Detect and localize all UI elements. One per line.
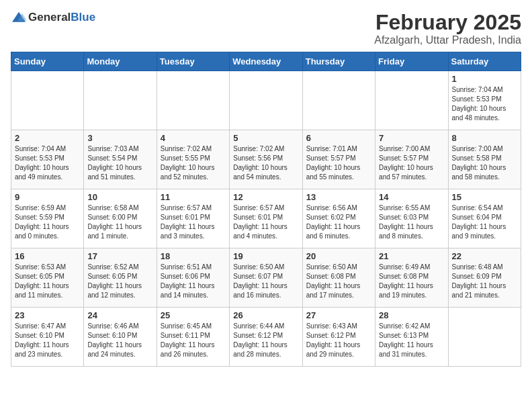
header: GeneralBlue February 2025 Afzalgarh, Utt…	[11, 11, 521, 46]
day-info: Sunrise: 6:50 AM Sunset: 6:08 PM Dayligh…	[306, 263, 371, 300]
day-number: 24	[87, 310, 152, 320]
day-number: 7	[379, 133, 444, 143]
day-info: Sunrise: 6:48 AM Sunset: 6:09 PM Dayligh…	[452, 263, 517, 300]
day-info: Sunrise: 7:02 AM Sunset: 5:56 PM Dayligh…	[233, 144, 298, 182]
day-info: Sunrise: 6:53 AM Sunset: 6:05 PM Dayligh…	[15, 263, 80, 300]
day-info: Sunrise: 6:45 AM Sunset: 6:11 PM Dayligh…	[161, 322, 226, 359]
calendar-header-row: SundayMondayTuesdayWednesdayThursdayFrid…	[11, 52, 521, 71]
calendar-cell: 27Sunrise: 6:43 AM Sunset: 6:12 PM Dayli…	[302, 308, 375, 367]
calendar-cell	[448, 308, 521, 367]
day-info: Sunrise: 7:04 AM Sunset: 5:53 PM Dayligh…	[15, 144, 80, 182]
day-number: 14	[379, 192, 444, 202]
calendar-cell: 19Sunrise: 6:50 AM Sunset: 6:07 PM Dayli…	[230, 248, 302, 308]
day-number: 16	[15, 251, 80, 261]
calendar-cell: 9Sunrise: 6:59 AM Sunset: 5:59 PM Daylig…	[11, 189, 84, 248]
logo-general: General	[28, 11, 71, 24]
calendar-cell: 3Sunrise: 7:03 AM Sunset: 5:54 PM Daylig…	[84, 130, 157, 189]
month-title: February 2025	[374, 11, 521, 34]
calendar-cell: 15Sunrise: 6:54 AM Sunset: 6:04 PM Dayli…	[448, 189, 521, 248]
calendar-week-row: 23Sunrise: 6:47 AM Sunset: 6:10 PM Dayli…	[11, 308, 521, 367]
day-number: 12	[233, 192, 298, 202]
logo-blue: Blue	[71, 11, 95, 24]
day-info: Sunrise: 7:01 AM Sunset: 5:57 PM Dayligh…	[306, 144, 371, 182]
day-info: Sunrise: 6:47 AM Sunset: 6:10 PM Dayligh…	[15, 322, 80, 359]
location-title: Afzalgarh, Uttar Pradesh, India	[374, 34, 521, 46]
calendar-cell: 5Sunrise: 7:02 AM Sunset: 5:56 PM Daylig…	[230, 130, 302, 189]
day-info: Sunrise: 6:51 AM Sunset: 6:06 PM Dayligh…	[161, 263, 226, 300]
calendar-cell: 22Sunrise: 6:48 AM Sunset: 6:09 PM Dayli…	[448, 248, 521, 308]
day-number: 9	[15, 192, 80, 202]
day-number: 26	[233, 310, 298, 320]
calendar-cell: 13Sunrise: 6:56 AM Sunset: 6:02 PM Dayli…	[302, 189, 375, 248]
calendar-header-tuesday: Tuesday	[157, 52, 229, 71]
calendar-cell: 10Sunrise: 6:58 AM Sunset: 6:00 PM Dayli…	[84, 189, 157, 248]
calendar-cell: 16Sunrise: 6:53 AM Sunset: 6:05 PM Dayli…	[11, 248, 84, 308]
calendar-cell: 17Sunrise: 6:52 AM Sunset: 6:05 PM Dayli…	[84, 248, 157, 308]
calendar-header-saturday: Saturday	[448, 52, 521, 71]
calendar-header-thursday: Thursday	[302, 52, 375, 71]
day-info: Sunrise: 6:42 AM Sunset: 6:13 PM Dayligh…	[379, 322, 444, 359]
day-info: Sunrise: 6:52 AM Sunset: 6:05 PM Dayligh…	[87, 263, 152, 300]
title-area: February 2025 Afzalgarh, Uttar Pradesh, …	[374, 11, 521, 46]
day-number: 1	[452, 74, 517, 84]
calendar-cell: 23Sunrise: 6:47 AM Sunset: 6:10 PM Dayli…	[11, 308, 84, 367]
day-number: 3	[87, 133, 152, 143]
calendar-cell	[157, 71, 229, 130]
calendar-header-friday: Friday	[375, 52, 448, 71]
day-number: 25	[161, 310, 226, 320]
day-info: Sunrise: 6:57 AM Sunset: 6:01 PM Dayligh…	[233, 203, 298, 241]
calendar: SundayMondayTuesdayWednesdayThursdayFrid…	[11, 52, 521, 367]
calendar-cell: 21Sunrise: 6:49 AM Sunset: 6:08 PM Dayli…	[375, 248, 448, 308]
calendar-cell: 11Sunrise: 6:57 AM Sunset: 6:01 PM Dayli…	[157, 189, 229, 248]
day-number: 20	[306, 251, 371, 261]
calendar-header-sunday: Sunday	[11, 52, 84, 71]
day-number: 15	[452, 192, 517, 202]
calendar-cell: 2Sunrise: 7:04 AM Sunset: 5:53 PM Daylig…	[11, 130, 84, 189]
calendar-cell: 1Sunrise: 7:04 AM Sunset: 5:53 PM Daylig…	[448, 71, 521, 130]
day-info: Sunrise: 6:46 AM Sunset: 6:10 PM Dayligh…	[87, 322, 152, 359]
calendar-cell: 25Sunrise: 6:45 AM Sunset: 6:11 PM Dayli…	[157, 308, 229, 367]
calendar-cell: 26Sunrise: 6:44 AM Sunset: 6:12 PM Dayli…	[230, 308, 302, 367]
calendar-cell: 24Sunrise: 6:46 AM Sunset: 6:10 PM Dayli…	[84, 308, 157, 367]
calendar-cell: 4Sunrise: 7:02 AM Sunset: 5:55 PM Daylig…	[157, 130, 229, 189]
day-number: 21	[379, 251, 444, 261]
day-number: 23	[15, 310, 80, 320]
calendar-cell	[230, 71, 302, 130]
calendar-cell	[302, 71, 375, 130]
day-info: Sunrise: 6:54 AM Sunset: 6:04 PM Dayligh…	[452, 203, 517, 241]
calendar-cell	[11, 71, 84, 130]
day-info: Sunrise: 6:55 AM Sunset: 6:03 PM Dayligh…	[379, 203, 444, 241]
day-number: 10	[87, 192, 152, 202]
day-number: 18	[161, 251, 226, 261]
calendar-cell	[84, 71, 157, 130]
day-number: 11	[161, 192, 226, 202]
day-number: 4	[161, 133, 226, 143]
day-info: Sunrise: 6:56 AM Sunset: 6:02 PM Dayligh…	[306, 203, 371, 241]
day-info: Sunrise: 7:04 AM Sunset: 5:53 PM Dayligh…	[452, 85, 517, 123]
day-info: Sunrise: 6:43 AM Sunset: 6:12 PM Dayligh…	[306, 322, 371, 359]
calendar-cell: 20Sunrise: 6:50 AM Sunset: 6:08 PM Dayli…	[302, 248, 375, 308]
day-info: Sunrise: 7:00 AM Sunset: 5:58 PM Dayligh…	[452, 144, 517, 182]
calendar-week-row: 2Sunrise: 7:04 AM Sunset: 5:53 PM Daylig…	[11, 130, 521, 189]
day-info: Sunrise: 6:57 AM Sunset: 6:01 PM Dayligh…	[161, 203, 226, 241]
calendar-week-row: 9Sunrise: 6:59 AM Sunset: 5:59 PM Daylig…	[11, 189, 521, 248]
day-number: 2	[15, 133, 80, 143]
day-number: 19	[233, 251, 298, 261]
day-number: 6	[306, 133, 371, 143]
day-info: Sunrise: 6:50 AM Sunset: 6:07 PM Dayligh…	[233, 263, 298, 300]
day-info: Sunrise: 7:00 AM Sunset: 5:57 PM Dayligh…	[379, 144, 444, 182]
calendar-cell: 18Sunrise: 6:51 AM Sunset: 6:06 PM Dayli…	[157, 248, 229, 308]
calendar-cell: 12Sunrise: 6:57 AM Sunset: 6:01 PM Dayli…	[230, 189, 302, 248]
day-info: Sunrise: 6:44 AM Sunset: 6:12 PM Dayligh…	[233, 322, 298, 359]
calendar-cell: 8Sunrise: 7:00 AM Sunset: 5:58 PM Daylig…	[448, 130, 521, 189]
day-info: Sunrise: 6:59 AM Sunset: 5:59 PM Dayligh…	[15, 203, 80, 241]
calendar-week-row: 16Sunrise: 6:53 AM Sunset: 6:05 PM Dayli…	[11, 248, 521, 308]
day-number: 17	[87, 251, 152, 261]
calendar-cell: 7Sunrise: 7:00 AM Sunset: 5:57 PM Daylig…	[375, 130, 448, 189]
logo: GeneralBlue	[11, 11, 95, 24]
calendar-cell	[375, 71, 448, 130]
day-number: 22	[452, 251, 517, 261]
calendar-header-monday: Monday	[84, 52, 157, 71]
day-number: 5	[233, 133, 298, 143]
calendar-cell: 6Sunrise: 7:01 AM Sunset: 5:57 PM Daylig…	[302, 130, 375, 189]
